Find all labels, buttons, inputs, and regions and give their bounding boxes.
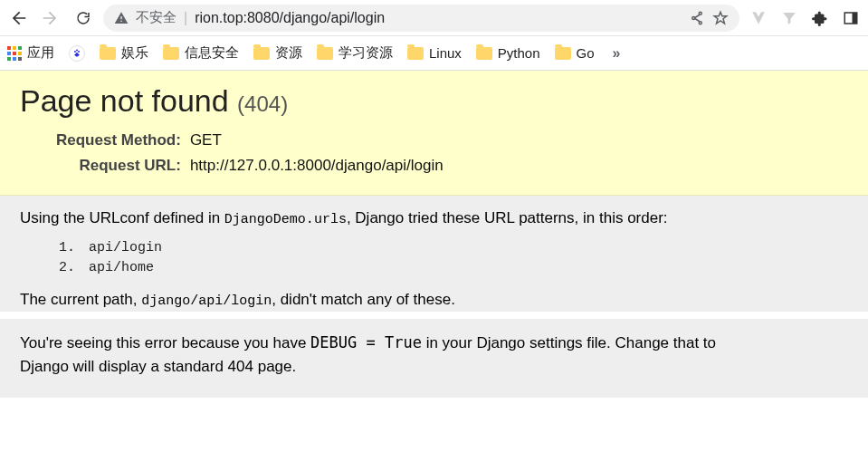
info-suffix: , Django tried these URL patterns, in th… [347, 209, 668, 226]
side-panel-button[interactable] [839, 6, 863, 30]
security-status-text: 不安全 [136, 9, 176, 26]
address-divider: | [184, 10, 187, 26]
page-title: Page not found (404) [20, 83, 848, 119]
explain-suffix: in your Django settings file. Change tha… [422, 334, 716, 351]
apps-icon [7, 46, 22, 61]
extension-filter-icon[interactable] [777, 6, 801, 30]
star-icon [712, 10, 729, 26]
extension-vue-icon[interactable] [747, 6, 770, 30]
bookmarks-bar: 应用 娱乐 信息安全 资源 学习资源 Linux Python Go » [0, 36, 868, 71]
arrow-right-icon [42, 9, 60, 27]
reload-icon [75, 10, 91, 26]
urlconf-module: DjangoDemo.urls [224, 212, 347, 227]
share-button[interactable] [689, 10, 705, 26]
bookmarks-overflow-button[interactable]: » [609, 45, 625, 62]
list-item: api/home [83, 258, 848, 279]
urlconf-paragraph: Using the URLconf defined in DjangoDemo.… [20, 207, 848, 231]
bookmark-folder-4[interactable]: Linux [407, 45, 462, 61]
curpath-suffix: , didn't match any of these. [272, 291, 455, 308]
arrow-left-icon [9, 9, 27, 27]
bookmark-folder-3[interactable]: 学习资源 [317, 44, 393, 62]
table-row: Request Method: GET [56, 128, 444, 153]
explain-line2: Django will display a standard 404 page. [20, 358, 296, 375]
bookmark-baidu[interactable] [69, 45, 85, 62]
explain-paragraph: You're seeing this error because you hav… [20, 332, 848, 378]
url-pattern-list: api/login api/home [65, 238, 848, 279]
request-details-table: Request Method: GET Request URL: http://… [56, 128, 444, 178]
svg-point-2 [692, 16, 695, 19]
url-text: rion.top:8080/django/api/login [195, 10, 385, 26]
folder-icon [407, 47, 424, 60]
reload-button[interactable] [71, 5, 96, 31]
svg-point-0 [699, 12, 701, 14]
info-prefix: Using the URLconf defined in [20, 209, 224, 226]
folder-icon [163, 47, 179, 60]
puzzle-icon [812, 10, 828, 26]
django-error-page: Page not found (404) Request Method: GET… [0, 71, 868, 398]
request-method-label: Request Method: [56, 128, 190, 153]
svg-point-1 [699, 21, 701, 24]
bookmark-star-button[interactable] [712, 10, 729, 26]
bookmark-folder-2[interactable]: 资源 [253, 44, 302, 62]
bookmark-label: 学习资源 [339, 44, 393, 62]
panel-icon [843, 10, 859, 26]
explain-prefix: You're seeing this error because you hav… [20, 334, 310, 351]
bookmark-label: Go [577, 45, 595, 61]
apps-label: 应用 [27, 44, 54, 62]
baidu-icon [69, 45, 85, 62]
folder-icon [100, 47, 116, 60]
current-path-paragraph: The current path, django/api/login, didn… [20, 288, 848, 313]
insecure-icon [114, 11, 129, 25]
folder-icon [555, 47, 571, 60]
current-path-value: django/api/login [141, 294, 272, 309]
bookmark-folder-6[interactable]: Go [555, 45, 595, 61]
vue-icon [750, 10, 767, 26]
request-url-value: http://127.0.0.1:8000/django/api/login [190, 153, 444, 178]
browser-toolbar: 不安全 | rion.top:8080/django/api/login [0, 0, 868, 36]
filter-icon [781, 10, 797, 26]
apps-shortcut[interactable]: 应用 [7, 44, 54, 62]
django-error-header: Page not found (404) Request Method: GET… [0, 71, 868, 196]
back-button[interactable] [5, 5, 31, 31]
bookmark-label: 信息安全 [185, 44, 239, 62]
table-row: Request URL: http://127.0.0.1:8000/djang… [56, 153, 444, 178]
status-code: (404) [237, 91, 288, 116]
bookmark-label: Linux [429, 45, 462, 61]
request-url-label: Request URL: [56, 153, 190, 178]
bookmark-folder-1[interactable]: 信息安全 [163, 44, 239, 62]
debug-setting: DEBUG = True [310, 333, 422, 351]
django-urlconf-info: Using the URLconf defined in DjangoDemo.… [0, 196, 868, 312]
curpath-prefix: The current path, [20, 291, 141, 308]
folder-icon [317, 47, 333, 60]
folder-icon [253, 47, 270, 60]
address-bar[interactable]: 不安全 | rion.top:8080/django/api/login [103, 5, 739, 32]
bookmark-folder-5[interactable]: Python [476, 45, 540, 61]
svg-rect-4 [853, 13, 857, 24]
share-icon [689, 10, 705, 26]
bookmark-label: 娱乐 [121, 44, 148, 62]
bookmark-folder-0[interactable]: 娱乐 [100, 44, 148, 62]
bookmark-label: Python [498, 45, 540, 61]
django-explanation: You're seeing this error because you hav… [0, 319, 868, 398]
extensions-button[interactable] [808, 6, 832, 30]
title-text: Page not found [20, 83, 229, 118]
forward-button[interactable] [38, 5, 63, 31]
bookmark-label: 资源 [275, 44, 302, 62]
folder-icon [476, 47, 492, 60]
list-item: api/login [83, 238, 848, 259]
request-method-value: GET [190, 128, 444, 153]
